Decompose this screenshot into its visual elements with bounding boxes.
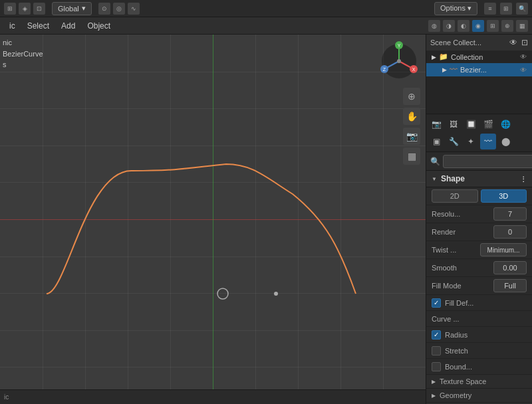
proportional-icon[interactable]: ◎: [113, 3, 125, 15]
snap-icon[interactable]: ⊙: [98, 3, 110, 15]
radius-label: Radius: [445, 331, 527, 339]
fill-mode-row: Fill Mode Full: [426, 277, 532, 295]
outliner-title: Scene Collect...: [430, 39, 481, 47]
shape-section-menu-icon[interactable]: ⋮: [520, 175, 527, 183]
snap-icons: ⊙ ◎ ∿: [98, 3, 140, 15]
menu-item-select[interactable]: Select: [22, 19, 55, 33]
properties-search-input[interactable]: [443, 155, 532, 168]
smooth-label: Smooth: [432, 264, 491, 272]
editor-type-icon[interactable]: ≡: [484, 3, 496, 15]
properties-content: ▼ Shape ⋮ 2D 3D Resolu... 7 Render 0: [426, 171, 532, 404]
modifier-icon[interactable]: 🔧: [446, 134, 462, 150]
bound-row: Bound...: [426, 359, 532, 375]
fill-def-label: Fill Def...: [445, 299, 527, 307]
fill-deform-row: ✓ Fill Def...: [426, 295, 532, 311]
grid-display-icon[interactable]: ▦: [403, 148, 420, 165]
2d-button[interactable]: 2D: [432, 189, 478, 203]
fill-mode-label: Fill Mode: [432, 282, 491, 290]
viewport-shading-2[interactable]: ◑: [443, 20, 455, 32]
geometry-section[interactable]: ▶ Geometry: [426, 389, 532, 403]
grid-icon[interactable]: ⊡: [33, 3, 45, 15]
outliner-collection-item[interactable]: ▶ 📁 Collection 👁: [426, 50, 532, 63]
blender-icon[interactable]: ⊞: [4, 3, 16, 15]
hand-icon[interactable]: ✋: [403, 108, 420, 125]
workspace-icon[interactable]: ◈: [19, 3, 31, 15]
output-icon[interactable]: 🖼: [446, 116, 462, 132]
search-icon[interactable]: 🔍: [516, 3, 528, 15]
gizmo-icon[interactable]: ⊕: [501, 20, 513, 32]
render-value[interactable]: 0: [493, 225, 527, 239]
collection-icon: 📁: [439, 52, 448, 61]
bezier-visibility-icon[interactable]: 👁: [520, 66, 527, 74]
dimension-toggle-row: 2D 3D: [426, 187, 532, 205]
viewport-shading-3[interactable]: ◐: [458, 20, 469, 32]
material-icon[interactable]: ⬤: [497, 134, 513, 150]
geometry-label: Geometry: [440, 391, 471, 399]
menu-item-add[interactable]: Add: [56, 19, 80, 33]
object-icon[interactable]: ▣: [428, 134, 444, 150]
texture-space-triangle: ▶: [432, 379, 436, 385]
properties-panel: Scene Collect... 👁 ⊡ ▶ 📁 Collection 👁 ▶ …: [426, 35, 532, 404]
3d-button[interactable]: 3D: [481, 189, 527, 203]
render-resolution-row: Render 0: [426, 223, 532, 241]
options-dropdown[interactable]: Options ▾: [434, 2, 477, 15]
resolution-row: Resolu... 7: [426, 205, 532, 223]
bound-checkbox[interactable]: [432, 362, 441, 371]
particles-icon[interactable]: ✦: [463, 134, 479, 150]
stretch-label: Stretch: [445, 347, 527, 355]
viewport-shading-1[interactable]: ◍: [428, 20, 440, 32]
stretch-row: Stretch: [426, 343, 532, 359]
data-icon[interactable]: 〰: [480, 134, 496, 150]
bezier-curve-icon: 〰: [450, 65, 458, 74]
twist-label: Twist ...: [432, 246, 477, 254]
smooth-value[interactable]: 0.00: [493, 261, 527, 274]
fullscreen-icon[interactable]: ⊞: [500, 3, 512, 15]
bezier-label: Bezier...: [460, 66, 487, 74]
smooth-row: Smooth 0.00: [426, 259, 532, 277]
svg-point-0: [217, 288, 228, 299]
zoom-in-icon[interactable]: ⊕: [403, 88, 420, 105]
outliner-view-icon[interactable]: 👁: [509, 38, 517, 47]
shape-collapse-triangle: ▼: [432, 176, 437, 182]
curve-label: Curve ...: [432, 315, 527, 323]
properties-icon-tabs: 📷 🖼 🔲 🎬 🌐 ▣ 🔧 ✦ 〰 ⬤: [426, 114, 532, 152]
fill-mode-value[interactable]: Full: [493, 279, 527, 292]
outliner-bezier-item[interactable]: ▶ 〰 Bezier... 👁: [426, 63, 532, 76]
texture-space-section[interactable]: ▶ Texture Space: [426, 375, 532, 389]
fill-def-checkbox[interactable]: ✓: [432, 298, 441, 308]
properties-search-bar: 🔍: [426, 152, 532, 171]
overlay-icon[interactable]: ⊞: [487, 20, 499, 32]
svg-text:Z: Z: [383, 67, 386, 72]
twist-value[interactable]: Minimum...: [480, 243, 527, 256]
collection-visibility-icon[interactable]: 👁: [520, 53, 527, 60]
bezier-arrow-icon: ▶: [442, 66, 447, 73]
search-icon: 🔍: [430, 157, 440, 166]
world-icon[interactable]: 🌐: [497, 116, 513, 132]
menu-item-mode[interactable]: ic: [4, 19, 21, 33]
scene-icon[interactable]: 🎬: [480, 116, 496, 132]
top-bar-left-icons: ⊞ ◈ ⊡: [4, 3, 45, 15]
outliner-filter-icon[interactable]: ⊡: [521, 38, 528, 47]
viewport-shading-4[interactable]: ◉: [472, 20, 484, 32]
viewport-bottom-bar: ic: [0, 389, 426, 404]
render-icon[interactable]: 📷: [428, 116, 444, 132]
resolution-value[interactable]: 7: [493, 207, 527, 221]
bottom-bar-info: ic: [4, 393, 9, 401]
navigation-gizmo[interactable]: Y X Z: [379, 41, 419, 81]
transform-mode-label: Global: [58, 5, 79, 13]
menu-item-object[interactable]: Object: [82, 19, 116, 33]
svg-text:X: X: [412, 67, 416, 72]
viewport-display-icon[interactable]: ▦: [516, 20, 528, 32]
view-layer-icon[interactable]: 🔲: [463, 116, 479, 132]
outliner: Scene Collect... 👁 ⊡ ▶ 📁 Collection 👁 ▶ …: [426, 35, 532, 114]
stretch-checkbox[interactable]: [432, 346, 441, 355]
camera-icon[interactable]: 📷: [403, 128, 420, 145]
radius-checkbox[interactable]: ✓: [432, 330, 441, 340]
transform-mode-dropdown[interactable]: Global ▾: [52, 2, 92, 15]
bound-label: Bound...: [445, 363, 527, 371]
viewport-3d[interactable]: nic BezierCurve s Y X: [0, 35, 426, 404]
curve-icon[interactable]: ∿: [128, 3, 140, 15]
shape-section-header[interactable]: ▼ Shape ⋮: [426, 171, 532, 187]
twist-row: Twist ... Minimum...: [426, 241, 532, 259]
texture-space-label: Texture Space: [440, 377, 486, 385]
